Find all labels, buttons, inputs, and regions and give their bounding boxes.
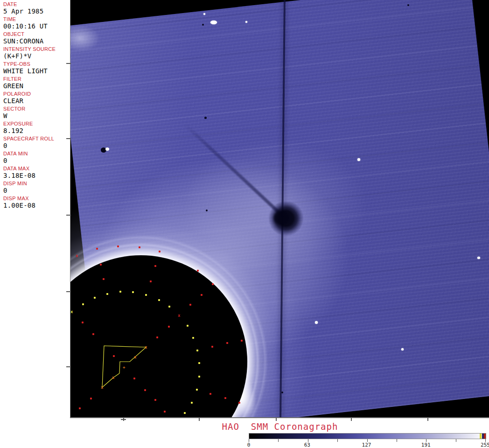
- bottom-axis-tick: [276, 418, 277, 421]
- metadata-value: W: [3, 112, 69, 119]
- metadata-list: DATE5 Apr 1985TIME00:10:16 UTOBJECTSUN:C…: [3, 1, 69, 210]
- colorbar-tick-label: 63: [304, 442, 310, 448]
- metadata-label: EXPOSURE: [3, 121, 69, 127]
- metadata-field: DATA MAX3.18E-08: [3, 166, 69, 179]
- metadata-field: OBJECTSUN:CORONA: [3, 31, 69, 45]
- metadata-label: DATA MAX: [3, 166, 69, 172]
- metadata-field: TYPE-OBSWHITE LIGHT: [3, 61, 69, 75]
- metadata-value: 0: [3, 142, 69, 149]
- colorbar-end-stripe: [484, 434, 486, 439]
- polygon-vertex-mark: +: [123, 365, 126, 370]
- left-axis-tick: [66, 63, 71, 64]
- left-axis-tick: [66, 138, 71, 139]
- metadata-sidebar: DATE5 Apr 1985TIME00:10:16 UTOBJECTSUN:C…: [0, 0, 70, 418]
- colorbar-tick: [278, 439, 279, 442]
- metadata-value: GREEN: [3, 82, 69, 90]
- bottom-axis-tick: [351, 418, 352, 421]
- colorbar-tick-label: 191: [421, 442, 431, 448]
- colorbar-tick: [337, 439, 338, 442]
- image-frame-bottom: [70, 417, 489, 418]
- metadata-value: 0: [3, 187, 69, 194]
- colorbar: [249, 433, 486, 439]
- metadata-label: DATA MIN: [3, 151, 69, 157]
- metadata-value: 1.00E-08: [3, 202, 69, 209]
- bottom-axis-tick: [427, 418, 428, 421]
- metadata-label: DISP MIN: [3, 181, 69, 187]
- colorbar-tick: [456, 439, 456, 442]
- left-axis-tick: [66, 215, 71, 216]
- fiducial-overlay: xx+xx: [70, 0, 489, 418]
- polygon-vertex-mark: x: [134, 355, 137, 359]
- polygon-vertex-mark: x: [145, 345, 147, 350]
- metadata-value: (K+F)*V: [3, 52, 69, 60]
- metadata-value: 3.18E-08: [3, 172, 69, 179]
- metadata-field: POLAROIDCLEAR: [3, 91, 69, 105]
- metadata-label: SPACECRAFT ROLL: [3, 136, 69, 142]
- coronagraph-image: xx+xx xxx: [70, 0, 489, 418]
- metadata-value: WHITE LIGHT: [3, 67, 69, 75]
- colorbar-tick-label: 255: [481, 442, 489, 448]
- metadata-value: 5 Apr 1985: [3, 7, 69, 15]
- metadata-label: OBJECT: [3, 31, 69, 37]
- colorbar-tick: [397, 439, 397, 442]
- metadata-label: FILTER: [3, 76, 69, 82]
- metadata-label: TIME: [3, 16, 69, 22]
- metadata-label: SECTOR: [3, 106, 69, 112]
- metadata-field: TIME00:10:16 UT: [3, 16, 69, 30]
- bottom-axis-tick: [121, 419, 126, 420]
- metadata-value: 00:10:16 UT: [3, 22, 69, 30]
- metadata-label: TYPE-OBS: [3, 61, 69, 67]
- metadata-field: SECTORW: [3, 106, 69, 119]
- polygon-vertex-mark: x: [112, 375, 115, 380]
- metadata-label: DATE: [3, 1, 69, 7]
- metadata-field: FILTERGREEN: [3, 76, 69, 90]
- metadata-value: CLEAR: [3, 97, 69, 105]
- colorbar-end-stripe: [480, 434, 482, 439]
- polygon-vertex-mark: x: [101, 385, 104, 390]
- metadata-field: DISP MIN0: [3, 181, 69, 194]
- metadata-label: DISP MAX: [3, 196, 69, 202]
- metadata-field: SPACECRAFT ROLL0: [3, 136, 69, 149]
- metadata-field: EXPOSURE8.192: [3, 121, 69, 134]
- colorbar-tick-label: 0: [247, 442, 251, 448]
- metadata-label: POLAROID: [3, 91, 69, 97]
- metadata-value: 8.192: [3, 127, 69, 134]
- metadata-value: 0: [3, 157, 69, 164]
- colorbar-tick-label: 127: [362, 442, 371, 448]
- left-axis-tick: [66, 366, 71, 367]
- metadata-field: DATE5 Apr 1985: [3, 1, 69, 15]
- metadata-field: DISP MAX1.00E-08: [3, 196, 69, 209]
- metadata-field: DATA MIN0: [3, 151, 69, 164]
- metadata-value: SUN:CORONA: [3, 37, 69, 45]
- metadata-field: INTENSITY SOURCE(K+F)*V: [3, 46, 69, 60]
- metadata-label: INTENSITY SOURCE: [3, 46, 69, 52]
- image-title: HAO SMM Coronagraph: [196, 421, 364, 432]
- coronagraph-viewer: DATE5 Apr 1985TIME00:10:16 UTOBJECTSUN:C…: [0, 0, 489, 448]
- bottom-axis-tick: [199, 418, 200, 421]
- left-axis-tick: [66, 291, 71, 292]
